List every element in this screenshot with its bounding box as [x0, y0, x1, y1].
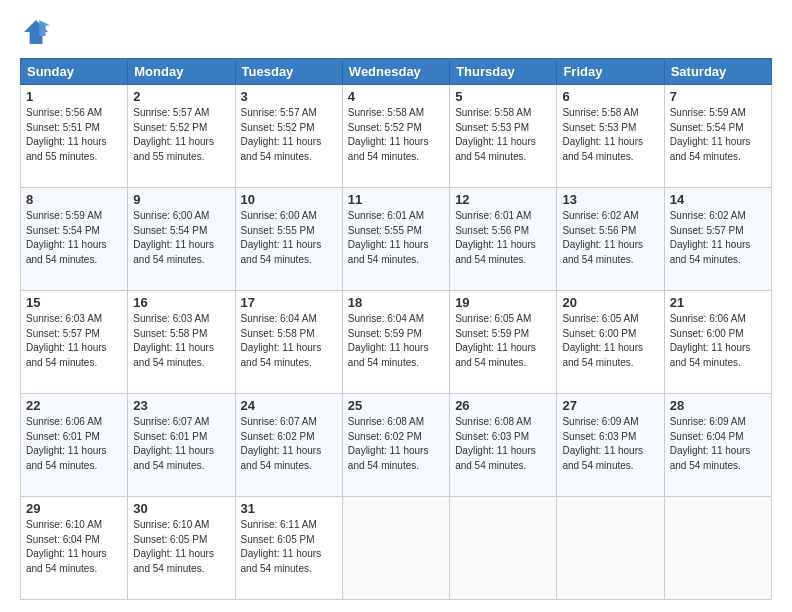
cell-info: Sunrise: 5:59 AMSunset: 5:54 PMDaylight:… [26, 210, 107, 265]
cell-info: Sunrise: 6:06 AMSunset: 6:01 PMDaylight:… [26, 416, 107, 471]
calendar-cell: 5Sunrise: 5:58 AMSunset: 5:53 PMDaylight… [450, 85, 557, 188]
cell-info: Sunrise: 6:02 AMSunset: 5:57 PMDaylight:… [670, 210, 751, 265]
calendar-cell [342, 497, 449, 600]
calendar-cell: 7Sunrise: 5:59 AMSunset: 5:54 PMDaylight… [664, 85, 771, 188]
calendar-cell: 10Sunrise: 6:00 AMSunset: 5:55 PMDayligh… [235, 188, 342, 291]
cell-info: Sunrise: 5:58 AMSunset: 5:53 PMDaylight:… [562, 107, 643, 162]
calendar-header-thursday: Thursday [450, 59, 557, 85]
cell-info: Sunrise: 6:00 AMSunset: 5:55 PMDaylight:… [241, 210, 322, 265]
calendar-header-friday: Friday [557, 59, 664, 85]
calendar-week-row: 22Sunrise: 6:06 AMSunset: 6:01 PMDayligh… [21, 394, 772, 497]
day-number: 15 [26, 295, 122, 310]
cell-info: Sunrise: 5:57 AMSunset: 5:52 PMDaylight:… [133, 107, 214, 162]
calendar-cell: 12Sunrise: 6:01 AMSunset: 5:56 PMDayligh… [450, 188, 557, 291]
cell-info: Sunrise: 6:09 AMSunset: 6:04 PMDaylight:… [670, 416, 751, 471]
day-number: 9 [133, 192, 229, 207]
calendar-cell: 28Sunrise: 6:09 AMSunset: 6:04 PMDayligh… [664, 394, 771, 497]
cell-info: Sunrise: 6:08 AMSunset: 6:03 PMDaylight:… [455, 416, 536, 471]
calendar-cell: 25Sunrise: 6:08 AMSunset: 6:02 PMDayligh… [342, 394, 449, 497]
calendar-header-sunday: Sunday [21, 59, 128, 85]
calendar-cell: 22Sunrise: 6:06 AMSunset: 6:01 PMDayligh… [21, 394, 128, 497]
day-number: 27 [562, 398, 658, 413]
day-number: 5 [455, 89, 551, 104]
calendar-week-row: 1Sunrise: 5:56 AMSunset: 5:51 PMDaylight… [21, 85, 772, 188]
day-number: 23 [133, 398, 229, 413]
cell-info: Sunrise: 6:08 AMSunset: 6:02 PMDaylight:… [348, 416, 429, 471]
cell-info: Sunrise: 6:09 AMSunset: 6:03 PMDaylight:… [562, 416, 643, 471]
day-number: 29 [26, 501, 122, 516]
calendar-week-row: 8Sunrise: 5:59 AMSunset: 5:54 PMDaylight… [21, 188, 772, 291]
calendar-cell: 18Sunrise: 6:04 AMSunset: 5:59 PMDayligh… [342, 291, 449, 394]
header [20, 16, 772, 48]
cell-info: Sunrise: 5:59 AMSunset: 5:54 PMDaylight:… [670, 107, 751, 162]
day-number: 17 [241, 295, 337, 310]
cell-info: Sunrise: 6:04 AMSunset: 5:58 PMDaylight:… [241, 313, 322, 368]
day-number: 8 [26, 192, 122, 207]
day-number: 2 [133, 89, 229, 104]
day-number: 6 [562, 89, 658, 104]
day-number: 16 [133, 295, 229, 310]
calendar-cell [450, 497, 557, 600]
cell-info: Sunrise: 6:06 AMSunset: 6:00 PMDaylight:… [670, 313, 751, 368]
calendar-cell: 26Sunrise: 6:08 AMSunset: 6:03 PMDayligh… [450, 394, 557, 497]
cell-info: Sunrise: 6:01 AMSunset: 5:56 PMDaylight:… [455, 210, 536, 265]
day-number: 11 [348, 192, 444, 207]
calendar-cell: 21Sunrise: 6:06 AMSunset: 6:00 PMDayligh… [664, 291, 771, 394]
day-number: 28 [670, 398, 766, 413]
calendar-cell: 24Sunrise: 6:07 AMSunset: 6:02 PMDayligh… [235, 394, 342, 497]
calendar-cell: 19Sunrise: 6:05 AMSunset: 5:59 PMDayligh… [450, 291, 557, 394]
page: SundayMondayTuesdayWednesdayThursdayFrid… [0, 0, 792, 612]
cell-info: Sunrise: 6:10 AMSunset: 6:04 PMDaylight:… [26, 519, 107, 574]
day-number: 31 [241, 501, 337, 516]
calendar-cell: 14Sunrise: 6:02 AMSunset: 5:57 PMDayligh… [664, 188, 771, 291]
calendar-cell: 6Sunrise: 5:58 AMSunset: 5:53 PMDaylight… [557, 85, 664, 188]
cell-info: Sunrise: 6:02 AMSunset: 5:56 PMDaylight:… [562, 210, 643, 265]
calendar-header-wednesday: Wednesday [342, 59, 449, 85]
day-number: 7 [670, 89, 766, 104]
day-number: 26 [455, 398, 551, 413]
calendar-header-tuesday: Tuesday [235, 59, 342, 85]
cell-info: Sunrise: 6:01 AMSunset: 5:55 PMDaylight:… [348, 210, 429, 265]
logo [20, 16, 58, 48]
calendar-cell: 31Sunrise: 6:11 AMSunset: 6:05 PMDayligh… [235, 497, 342, 600]
day-number: 1 [26, 89, 122, 104]
logo-icon [20, 16, 52, 48]
calendar-header-monday: Monday [128, 59, 235, 85]
cell-info: Sunrise: 5:58 AMSunset: 5:52 PMDaylight:… [348, 107, 429, 162]
svg-marker-1 [39, 20, 50, 36]
calendar-week-row: 29Sunrise: 6:10 AMSunset: 6:04 PMDayligh… [21, 497, 772, 600]
cell-info: Sunrise: 6:10 AMSunset: 6:05 PMDaylight:… [133, 519, 214, 574]
calendar-cell: 9Sunrise: 6:00 AMSunset: 5:54 PMDaylight… [128, 188, 235, 291]
day-number: 24 [241, 398, 337, 413]
calendar-cell [664, 497, 771, 600]
day-number: 3 [241, 89, 337, 104]
calendar-cell [557, 497, 664, 600]
cell-info: Sunrise: 5:57 AMSunset: 5:52 PMDaylight:… [241, 107, 322, 162]
calendar-cell: 8Sunrise: 5:59 AMSunset: 5:54 PMDaylight… [21, 188, 128, 291]
calendar-cell: 3Sunrise: 5:57 AMSunset: 5:52 PMDaylight… [235, 85, 342, 188]
cell-info: Sunrise: 6:07 AMSunset: 6:02 PMDaylight:… [241, 416, 322, 471]
cell-info: Sunrise: 5:56 AMSunset: 5:51 PMDaylight:… [26, 107, 107, 162]
cell-info: Sunrise: 5:58 AMSunset: 5:53 PMDaylight:… [455, 107, 536, 162]
calendar-cell: 15Sunrise: 6:03 AMSunset: 5:57 PMDayligh… [21, 291, 128, 394]
day-number: 21 [670, 295, 766, 310]
day-number: 12 [455, 192, 551, 207]
calendar-cell: 27Sunrise: 6:09 AMSunset: 6:03 PMDayligh… [557, 394, 664, 497]
calendar-cell: 4Sunrise: 5:58 AMSunset: 5:52 PMDaylight… [342, 85, 449, 188]
day-number: 25 [348, 398, 444, 413]
calendar-header-saturday: Saturday [664, 59, 771, 85]
calendar-header-row: SundayMondayTuesdayWednesdayThursdayFrid… [21, 59, 772, 85]
calendar-cell: 13Sunrise: 6:02 AMSunset: 5:56 PMDayligh… [557, 188, 664, 291]
calendar-cell: 29Sunrise: 6:10 AMSunset: 6:04 PMDayligh… [21, 497, 128, 600]
calendar-table: SundayMondayTuesdayWednesdayThursdayFrid… [20, 58, 772, 600]
calendar-cell: 1Sunrise: 5:56 AMSunset: 5:51 PMDaylight… [21, 85, 128, 188]
day-number: 14 [670, 192, 766, 207]
calendar-cell: 30Sunrise: 6:10 AMSunset: 6:05 PMDayligh… [128, 497, 235, 600]
day-number: 4 [348, 89, 444, 104]
cell-info: Sunrise: 6:00 AMSunset: 5:54 PMDaylight:… [133, 210, 214, 265]
day-number: 19 [455, 295, 551, 310]
day-number: 18 [348, 295, 444, 310]
cell-info: Sunrise: 6:03 AMSunset: 5:57 PMDaylight:… [26, 313, 107, 368]
day-number: 10 [241, 192, 337, 207]
day-number: 30 [133, 501, 229, 516]
